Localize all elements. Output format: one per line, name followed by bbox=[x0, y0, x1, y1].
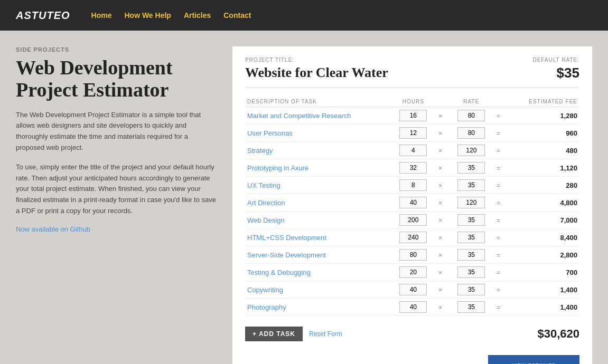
task-name[interactable]: HTML+CSS Development bbox=[247, 234, 326, 242]
multiply-sign: × bbox=[437, 112, 444, 120]
hours-input[interactable] bbox=[399, 214, 427, 226]
rate-input[interactable] bbox=[457, 110, 485, 121]
multiply-sign: × bbox=[437, 269, 444, 276]
task-name[interactable]: UX Testing bbox=[247, 181, 280, 189]
task-name[interactable]: Copywriting bbox=[247, 286, 283, 294]
table-row: Prototyping in Axure × = 1,120 bbox=[245, 159, 579, 177]
fee-value: 1,400 bbox=[508, 299, 579, 316]
fee-value: 280 bbox=[508, 177, 579, 194]
fee-value: 700 bbox=[508, 264, 579, 281]
table-row: Photography × = 1,400 bbox=[245, 299, 579, 316]
table-row: HTML+CSS Development × = 8,400 bbox=[245, 229, 579, 246]
hours-input[interactable] bbox=[399, 249, 427, 261]
rate-input[interactable] bbox=[457, 214, 485, 226]
task-name[interactable]: Server-Side Development bbox=[247, 251, 326, 259]
fee-value: 2,800 bbox=[508, 246, 579, 264]
task-table: DESCRIPTION OF TASK HOURS RATE ESTIMATED… bbox=[245, 97, 579, 316]
view-estimate-button[interactable]: VIEW ESTIMATE IN PRINT-READY FORMAT bbox=[488, 355, 579, 364]
default-rate-section: DEFAULT RATE: $35 bbox=[532, 57, 579, 81]
site-header: ASTUTEO Home How We Help Articles Contac… bbox=[0, 0, 608, 31]
github-link[interactable]: Now available on Github bbox=[16, 225, 90, 233]
rate-input[interactable] bbox=[457, 179, 485, 191]
rate-input[interactable] bbox=[457, 266, 485, 278]
task-name[interactable]: Testing & Debugging bbox=[247, 269, 311, 276]
task-name[interactable]: User Personas bbox=[247, 129, 293, 137]
table-row: Art Direction × = 4,800 bbox=[245, 194, 579, 212]
col-header-task: DESCRIPTION OF TASK bbox=[245, 97, 392, 107]
multiply-sign: × bbox=[437, 217, 444, 224]
multiply-sign: × bbox=[437, 165, 444, 172]
nav-contact[interactable]: Contact bbox=[223, 11, 251, 20]
equals-sign: = bbox=[495, 217, 502, 224]
hours-input[interactable] bbox=[399, 232, 427, 243]
fee-value: 1,280 bbox=[508, 107, 579, 124]
multiply-sign: × bbox=[437, 199, 444, 207]
bottom-bar: + ADD TASK Reset Form $30,620 bbox=[245, 322, 579, 341]
equals-sign: = bbox=[495, 234, 502, 242]
left-panel: SIDE PROJECTS Web Development Project Es… bbox=[16, 46, 217, 364]
hours-input[interactable] bbox=[399, 127, 427, 139]
equals-sign: = bbox=[495, 130, 502, 137]
multiply-sign: × bbox=[437, 252, 444, 259]
task-name[interactable]: Strategy bbox=[247, 147, 273, 155]
main-nav: Home How We Help Articles Contact bbox=[91, 11, 251, 20]
project-title-label: PROJECT TITLE: bbox=[245, 57, 388, 63]
total-value: $30,620 bbox=[537, 327, 579, 341]
side-projects-label: SIDE PROJECTS bbox=[16, 46, 217, 53]
hours-input[interactable] bbox=[399, 266, 427, 278]
equals-sign: = bbox=[495, 199, 502, 207]
equals-sign: = bbox=[495, 165, 502, 172]
task-name[interactable]: Market and Competitive Research bbox=[247, 112, 351, 120]
action-bar: Remember Changes: VIEW ESTIMATE IN PRINT… bbox=[245, 350, 579, 364]
task-name[interactable]: Web Design bbox=[247, 216, 285, 224]
default-rate-label: DEFAULT RATE: bbox=[532, 57, 579, 63]
table-row: Server-Side Development × = 2,800 bbox=[245, 246, 579, 264]
site-logo: ASTUTEO bbox=[16, 9, 70, 22]
multiply-sign: × bbox=[437, 234, 444, 242]
hours-input[interactable] bbox=[399, 284, 427, 295]
fee-value: 1,400 bbox=[508, 281, 579, 299]
rate-input[interactable] bbox=[457, 162, 485, 174]
equals-sign: = bbox=[495, 147, 502, 155]
table-row: Copywriting × = 1,400 bbox=[245, 281, 579, 299]
multiply-sign: × bbox=[437, 182, 444, 189]
hours-input[interactable] bbox=[399, 162, 427, 174]
nav-home[interactable]: Home bbox=[91, 11, 112, 20]
col-header-hours: HOURS bbox=[392, 97, 435, 107]
main-content: SIDE PROJECTS Web Development Project Es… bbox=[0, 31, 608, 364]
rate-input[interactable] bbox=[457, 145, 485, 156]
rate-input[interactable] bbox=[457, 249, 485, 261]
table-row: UX Testing × = 280 bbox=[245, 177, 579, 194]
fee-value: 4,800 bbox=[508, 194, 579, 212]
task-name[interactable]: Prototyping in Axure bbox=[247, 164, 308, 172]
rate-input[interactable] bbox=[457, 284, 485, 295]
rate-input[interactable] bbox=[457, 301, 485, 313]
project-title-section: PROJECT TITLE: Website for Clear Water bbox=[245, 57, 388, 81]
rate-input[interactable] bbox=[457, 232, 485, 243]
col-header-rate: RATE bbox=[450, 97, 493, 107]
default-rate-value: $35 bbox=[532, 65, 579, 81]
equals-sign: = bbox=[495, 304, 502, 311]
fee-value: 1,120 bbox=[508, 159, 579, 177]
fee-value: 960 bbox=[508, 124, 579, 142]
page-title: Web Development Project Estimator bbox=[16, 57, 217, 101]
task-name[interactable]: Art Direction bbox=[247, 199, 285, 207]
hours-input[interactable] bbox=[399, 301, 427, 313]
task-name[interactable]: Photography bbox=[247, 303, 286, 311]
add-task-button[interactable]: + ADD TASK bbox=[245, 327, 303, 341]
nav-how-we-help[interactable]: How We Help bbox=[124, 11, 171, 20]
reset-form-link[interactable]: Reset Form bbox=[309, 330, 342, 338]
col-header-mult bbox=[435, 97, 450, 107]
table-row: Web Design × = 7,000 bbox=[245, 212, 579, 229]
fee-value: 480 bbox=[508, 142, 579, 159]
project-header: PROJECT TITLE: Website for Clear Water D… bbox=[245, 57, 579, 88]
equals-sign: = bbox=[495, 112, 502, 120]
hours-input[interactable] bbox=[399, 145, 427, 156]
hours-input[interactable] bbox=[399, 197, 427, 208]
hours-input[interactable] bbox=[399, 110, 427, 121]
equals-sign: = bbox=[495, 252, 502, 259]
hours-input[interactable] bbox=[399, 179, 427, 191]
rate-input[interactable] bbox=[457, 127, 485, 139]
rate-input[interactable] bbox=[457, 197, 485, 208]
nav-articles[interactable]: Articles bbox=[184, 11, 211, 20]
